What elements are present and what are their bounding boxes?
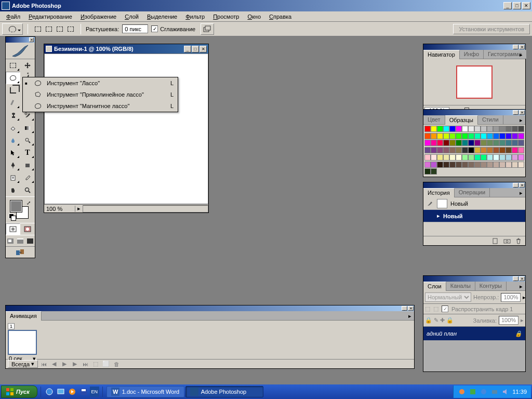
swatch-cell[interactable] <box>449 147 456 153</box>
marquee-tool[interactable] <box>6 59 20 72</box>
propagate-icon2[interactable]: ⬚ <box>433 305 438 312</box>
swatch-cell[interactable] <box>443 126 449 132</box>
quickmask-mode-icon[interactable] <box>20 223 35 235</box>
swatch-cell[interactable] <box>443 140 449 146</box>
swatch-cell[interactable] <box>481 147 487 153</box>
screen-full-icon[interactable] <box>25 235 35 246</box>
history-snapshot[interactable]: Новый <box>423 197 525 210</box>
propagate-icon[interactable]: ⬚ <box>425 305 430 312</box>
swatch-cell[interactable] <box>437 140 443 146</box>
swatch-cell[interactable] <box>449 162 456 168</box>
doc-maximize-icon[interactable]: □ <box>192 46 199 52</box>
ql-lang-icon[interactable]: EN <box>90 387 99 397</box>
ql-player-icon[interactable] <box>67 387 77 397</box>
swatch-cell[interactable] <box>518 126 524 132</box>
swatch-cell[interactable] <box>518 147 524 153</box>
swatch-cell[interactable] <box>474 133 481 139</box>
menu-edit[interactable]: Редактирование <box>24 12 76 21</box>
swatch-cell[interactable] <box>424 133 431 139</box>
swatch-cell[interactable] <box>474 140 481 146</box>
panel-header[interactable]: _✕ <box>423 276 525 282</box>
swatch-cell[interactable] <box>499 162 506 168</box>
fill-arrow-icon[interactable]: ▸ <box>521 317 524 324</box>
history-state[interactable]: ▸ Новый <box>423 210 525 222</box>
swatch-cell[interactable] <box>499 154 506 161</box>
swatch-cell[interactable] <box>437 154 443 161</box>
panel-header[interactable]: _✕ <box>423 182 525 188</box>
swatch-cell[interactable] <box>474 162 481 168</box>
doc-minimize-icon[interactable]: _ <box>184 46 191 52</box>
current-tool-icon[interactable] <box>2 23 23 35</box>
eraser-tool[interactable] <box>6 122 20 134</box>
swatch-cell[interactable] <box>424 147 431 153</box>
path-select-tool[interactable] <box>6 147 20 159</box>
swatch-cell[interactable] <box>443 162 449 168</box>
panel-menu-icon[interactable]: ▸ <box>407 313 413 319</box>
history-brush-source-icon[interactable] <box>425 200 434 208</box>
tab-actions[interactable]: Операции <box>455 188 490 197</box>
palette-toggle-icon[interactable] <box>201 23 214 35</box>
last-frame-icon[interactable]: ⏭ <box>81 361 90 368</box>
selection-new-icon[interactable] <box>33 24 43 34</box>
menu-select[interactable]: Выделение <box>143 12 181 21</box>
delete-frame-icon[interactable]: 🗑 <box>112 361 121 368</box>
stamp-tool[interactable] <box>6 109 20 122</box>
flyout-magnetic-lasso[interactable]: Инструмент "Магнитное лассо" L <box>23 100 178 112</box>
swatch-cell[interactable] <box>468 126 474 132</box>
antialias-checkbox[interactable]: ✓ Сглаживание <box>151 25 195 32</box>
menu-help[interactable]: Справка <box>265 12 296 21</box>
swatch-cell[interactable] <box>468 147 474 153</box>
swatch-cell[interactable] <box>512 133 518 139</box>
panel-minimize-icon[interactable]: _ <box>513 110 518 115</box>
swatch-cell[interactable] <box>449 133 456 139</box>
swatch-cell[interactable] <box>456 162 462 168</box>
swatch-cell[interactable] <box>499 126 506 132</box>
swatch-cell[interactable] <box>493 162 499 168</box>
panel-header[interactable]: _✕ <box>6 305 414 311</box>
swatch-cell[interactable] <box>493 133 499 139</box>
panel-close-icon[interactable]: ✕ <box>519 45 525 49</box>
screen-fullmenubar-icon[interactable] <box>16 235 25 246</box>
tab-swatches[interactable]: Образцы <box>445 115 478 125</box>
menu-image[interactable]: Изображение <box>76 12 121 21</box>
lock-icons[interactable]: 🔒 ✎ ✚ 🔒 <box>425 317 454 324</box>
trash-icon[interactable] <box>514 237 523 245</box>
swatch-cell[interactable] <box>431 154 437 161</box>
task-word[interactable]: W 1.doc - Microsoft Word <box>107 386 184 397</box>
move-tool[interactable] <box>20 59 35 72</box>
swatch-cell[interactable] <box>431 147 437 153</box>
swatch-cell[interactable] <box>481 162 487 168</box>
swatch-cell[interactable] <box>449 140 456 146</box>
toolbox-close-icon[interactable]: ✕ <box>29 37 34 42</box>
tray-icon-1[interactable] <box>458 388 466 396</box>
swatch-cell[interactable] <box>462 162 468 168</box>
screen-standard-icon[interactable] <box>6 235 16 246</box>
swatch-cell[interactable] <box>424 168 431 175</box>
swatch-cell[interactable] <box>487 147 493 153</box>
swatch-cell[interactable] <box>518 154 524 161</box>
swatch-cell[interactable] <box>449 126 456 132</box>
healing-brush-tool[interactable] <box>6 97 20 109</box>
lasso-tool[interactable] <box>6 72 20 84</box>
swatch-cell[interactable] <box>443 154 449 161</box>
foreground-color[interactable] <box>10 200 22 212</box>
swatch-cell[interactable] <box>437 147 443 153</box>
selection-subtract-icon[interactable] <box>55 24 65 34</box>
swatch-cell[interactable] <box>468 154 474 161</box>
swatch-cell[interactable] <box>431 162 437 168</box>
panel-menu-icon[interactable]: ▸ <box>518 51 524 58</box>
swatch-cell[interactable] <box>431 140 437 146</box>
swatch-cell[interactable] <box>437 133 443 139</box>
document-hscroll[interactable] <box>83 205 208 212</box>
flyout-polygonal-lasso[interactable]: Инструмент "Прямолинейное лассо" L <box>23 89 178 100</box>
tab-info[interactable]: Инфо <box>460 50 484 59</box>
jump-imageready-icon[interactable] <box>6 247 35 258</box>
task-photoshop[interactable]: Adobe Photoshop <box>185 386 263 397</box>
swatch-cell[interactable] <box>437 162 443 168</box>
propagate-checkbox[interactable]: ✓ <box>442 305 448 312</box>
tray-icon-4[interactable] <box>490 388 499 396</box>
swatch-cell[interactable] <box>506 162 512 168</box>
crop-tool[interactable] <box>6 84 20 97</box>
panel-minimize-icon[interactable]: _ <box>402 306 407 311</box>
swatch-cell[interactable] <box>462 140 468 146</box>
